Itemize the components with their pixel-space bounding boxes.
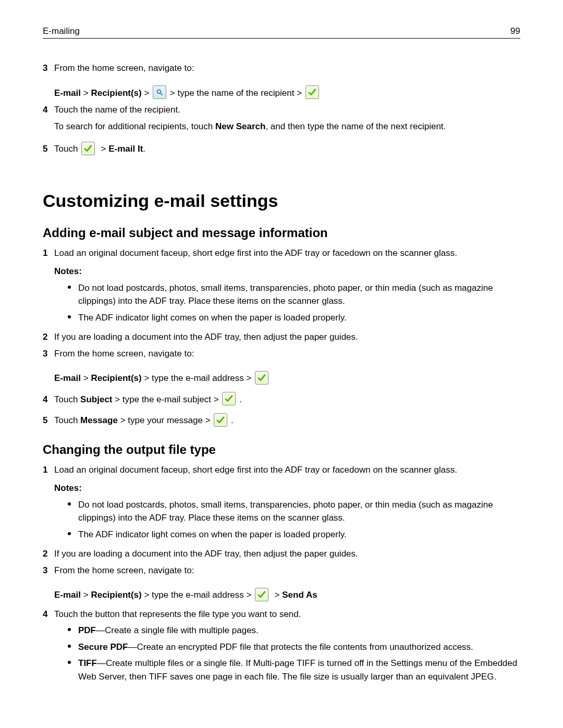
notes-list: Do not load postcards, photos, small ite…	[68, 281, 520, 325]
check-icon	[81, 142, 95, 155]
search-icon	[153, 85, 166, 99]
check-icon	[222, 392, 236, 405]
sectionB-step-4: 4 Touch the button that represents the f…	[43, 608, 520, 687]
file-type-list: PDF—Create a single file with multiple p…	[68, 624, 520, 683]
prior-steps-list-cont: 4 Touch the name of the recipient. To se…	[43, 103, 520, 156]
nav-type-address: type the e‑mail address	[152, 590, 244, 600]
step-text: Touch the name of the recipient.	[54, 103, 520, 117]
step-text: If you are loading a document into the A…	[54, 549, 358, 559]
sectionB-step-3: 3 From the home screen, navigate to:	[43, 564, 520, 577]
sectionB-steps: 1 Load an original document faceup, shor…	[43, 463, 520, 577]
prior-steps-list: 3 From the home screen, navigate to:	[43, 61, 520, 75]
prior-step-5: 5 Touch > E‑mail It.	[43, 142, 520, 156]
check-icon	[305, 85, 319, 99]
sectionA-step-1: 1 Load an original document faceup, shor…	[43, 246, 520, 328]
note-item: The ADF indicator light comes on when th…	[68, 311, 520, 325]
step-text: From the home screen, navigate to:	[54, 565, 194, 575]
nav-recipients: Recipient(s)	[91, 88, 141, 98]
notes-label: Notes:	[54, 482, 520, 495]
step-number: 3	[43, 347, 54, 361]
notes-label: Notes:	[54, 265, 520, 278]
step-text: Load an original document faceup, short …	[54, 465, 457, 475]
page: E-mailing 99 3 From the home screen, nav…	[0, 0, 563, 721]
step-number: 1	[43, 463, 54, 477]
note-item: The ADF indicator light comes on when th…	[68, 528, 520, 541]
step-number: 3	[43, 61, 54, 75]
prior-step3-nav: E-mail > Recipient(s) > > type the name …	[54, 87, 520, 101]
step-text: From the home screen, navigate to:	[54, 63, 194, 73]
check-icon	[255, 588, 268, 601]
prior-step-3: 3 From the home screen, navigate to:	[43, 61, 520, 75]
step-text-a: Touch	[54, 144, 80, 154]
prior-step-4: 4 Touch the name of the recipient. To se…	[43, 103, 520, 133]
step-number: 1	[43, 246, 54, 260]
nav-email: E-mail	[54, 88, 81, 98]
step-number: 5	[43, 142, 54, 156]
sectionB-step3-nav: E‑mail > Recipient(s) > type the e‑mail …	[54, 588, 520, 602]
nav-type-recipient: type the name of the recipient	[177, 88, 294, 98]
step-number: 2	[43, 330, 54, 344]
header-title: E-mailing	[43, 26, 80, 36]
sectionB-step-1: 1 Load an original document faceup, shor…	[43, 463, 520, 545]
step-number: 4	[43, 103, 54, 117]
file-type-pdf: PDF—Create a single file with multiple p…	[68, 624, 520, 637]
header-page-number: 99	[510, 26, 520, 36]
sectionA-steps: 1 Load an original document faceup, shor…	[43, 246, 520, 361]
step-number: 4	[43, 393, 54, 406]
page-header: E-mailing 99	[43, 26, 520, 39]
note-item: Do not load postcards, photos, small ite…	[68, 281, 520, 308]
file-type-tiff: TIFF—Create multiple files or a single f…	[68, 657, 520, 683]
sectionA-step-3: 3 From the home screen, navigate to:	[43, 347, 520, 361]
check-icon	[255, 371, 268, 385]
step-number: 2	[43, 547, 54, 561]
nav-email: E‑mail	[54, 590, 81, 600]
nav-recipients: Recipient(s)	[91, 590, 141, 600]
svg-line-1	[161, 93, 163, 95]
sectionA-step3-nav: E‑mail > Recipient(s) > type the e‑mail …	[54, 372, 520, 386]
note-item: Do not load postcards, photos, small ite…	[68, 498, 520, 525]
step-text-2: To search for additional recipients, tou…	[54, 120, 520, 133]
sectionA-step-5: 5 Touch Message > type your message > .	[43, 414, 520, 428]
heading-customizing: Customizing e‑mail settings	[43, 191, 520, 211]
step-text: If you are loading a document into the A…	[54, 332, 358, 342]
nav-type-address: type the e‑mail address	[152, 373, 244, 383]
check-icon	[214, 413, 227, 427]
sectionB-steps-cont: 4 Touch the button that represents the f…	[43, 608, 520, 687]
step-number: 5	[43, 414, 54, 427]
sectionA-step-4: 4 Touch Subject > type the e‑mail subjec…	[43, 393, 520, 407]
heading-changing-output: Changing the output file type	[43, 442, 520, 457]
file-type-secure-pdf: Secure PDF—Create an encrypted PDF file …	[68, 640, 520, 654]
step-text: Load an original document faceup, short …	[54, 248, 457, 258]
step-number: 4	[43, 608, 54, 621]
step-number: 3	[43, 564, 54, 577]
step-text: Touch the button that represents the fil…	[54, 609, 301, 619]
nav-recipients: Recipient(s)	[91, 373, 141, 383]
sectionA-steps-cont: 4 Touch Subject > type the e‑mail subjec…	[43, 393, 520, 428]
email-it-label: E‑mail It	[108, 144, 143, 154]
heading-adding-subject: Adding e‑mail subject and message inform…	[43, 226, 520, 240]
sectionB-step-2: 2 If you are loading a document into the…	[43, 547, 520, 561]
nav-email: E‑mail	[54, 373, 81, 383]
step-text: From the home screen, navigate to:	[54, 349, 194, 359]
nav-send-as: Send As	[282, 590, 317, 600]
notes-list: Do not load postcards, photos, small ite…	[68, 498, 520, 541]
sectionA-step-2: 2 If you are loading a document into the…	[43, 330, 520, 344]
